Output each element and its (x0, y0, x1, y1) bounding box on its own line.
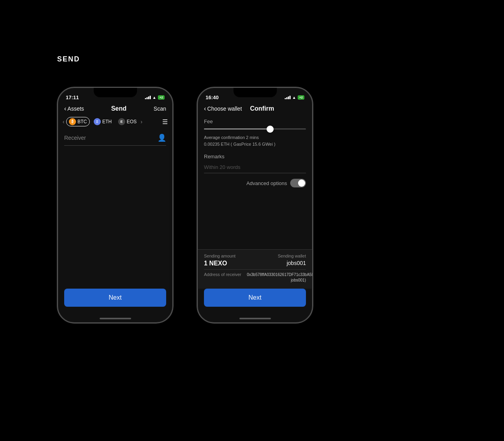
back-label-1: Assets (67, 106, 84, 112)
advanced-options-row: Advanced options (198, 176, 312, 191)
avg-confirmation: Average confirmation 2 mins (204, 134, 306, 141)
nav-title-2: Confirm (250, 105, 274, 112)
fee-info: Average confirmation 2 mins 0.00235 ETH … (204, 134, 306, 147)
next-button-label-1: Next (109, 294, 122, 301)
wifi-icon-1: ▲ (152, 95, 156, 100)
advanced-options-label: Advanced options (246, 180, 287, 186)
wifi-icon-2: ▲ (292, 95, 296, 100)
home-bar-2 (239, 318, 271, 319)
sending-wallet-key: Sending wallet (278, 254, 306, 258)
eth-icon: Ξ (94, 118, 101, 125)
fee-slider-track[interactable] (204, 128, 306, 130)
toggle-thumb (298, 180, 305, 187)
signal-bars-1 (145, 95, 151, 99)
eth-label: ETH (102, 119, 112, 124)
gas-info: 0.00235 ETH ( GasPrice 15.6 GWei ) (204, 141, 306, 148)
receiver-input-row: Receiver 👤 (64, 133, 166, 146)
address-row: Address of receiver 0x3b578ffA0330162617… (204, 272, 306, 283)
remarks-label: Remarks (204, 154, 306, 159)
status-icons-2: ▲ +2 (285, 95, 304, 100)
spacer (198, 191, 312, 249)
signal-bar (289, 96, 291, 99)
next-button-1[interactable]: Next (64, 289, 166, 307)
sending-amount-key: Sending amount (204, 254, 235, 258)
signal-bar (145, 98, 146, 99)
token-left-arrow[interactable]: ‹ (63, 119, 65, 125)
signal-bar (286, 97, 287, 99)
fee-label: Fee (204, 119, 306, 124)
battery-2: +2 (298, 95, 304, 100)
home-indicator-2 (198, 315, 312, 322)
address-key: Address of receiver (204, 272, 241, 283)
signal-bar (288, 96, 289, 99)
slider-thumb[interactable] (267, 126, 274, 133)
btc-label: BTC (78, 119, 87, 124)
back-label-2: Choose wallet (207, 106, 242, 112)
signal-bar (150, 96, 151, 99)
scan-button[interactable]: Scan (154, 106, 166, 112)
signal-bar (148, 96, 149, 99)
signal-bars-2 (285, 95, 291, 99)
phone-1: 17:11 ▲ +2 ‹ Assets Send Scan (57, 87, 173, 323)
remarks-section: Remarks Within 20 words (198, 154, 312, 176)
sending-amount-value: 1 NEXO (204, 260, 227, 267)
status-time-1: 17:11 (66, 94, 79, 100)
phone-notch-1 (94, 88, 137, 97)
next-button-2[interactable]: Next (204, 289, 306, 307)
slider-fill (204, 128, 270, 130)
signal-bar (285, 98, 286, 99)
nav-title-1: Send (111, 105, 126, 112)
back-button-1[interactable]: ‹ Assets (64, 105, 84, 112)
eos-label: EOS (127, 119, 137, 124)
back-chevron-1: ‹ (64, 105, 66, 112)
fee-section: Fee Average confirmation 2 mins 0.00235 … (198, 115, 312, 154)
token-right-arrow[interactable]: › (141, 119, 143, 125)
address-value: 0x3b578ffA0330162617DF71c33bA5Bd77a2B256… (247, 272, 306, 283)
status-time-2: 16:40 (206, 94, 219, 100)
next-button-label-2: Next (248, 294, 261, 301)
phone-2: 16:40 ▲ +2 ‹ Choose wallet Confirm (197, 87, 313, 323)
token-eos[interactable]: E EOS (116, 117, 139, 126)
nav-bar-1: ‹ Assets Send Scan (58, 103, 172, 115)
signal-bar (146, 97, 148, 99)
btc-icon: ₿ (69, 118, 76, 125)
token-menu-icon[interactable]: ☰ (162, 118, 168, 126)
remarks-placeholder: Within 20 words (204, 164, 240, 170)
phones-container: 17:11 ▲ +2 ‹ Assets Send Scan (57, 87, 313, 323)
home-indicator-1 (58, 315, 172, 322)
divider (204, 269, 306, 270)
phone-notch-2 (233, 88, 277, 97)
token-eth[interactable]: Ξ ETH (91, 117, 114, 126)
form-area: Receiver 👤 (58, 129, 172, 289)
sending-values-row: 1 NEXO jobs001 (204, 260, 306, 267)
sending-wallet-value: jobs001 (287, 260, 306, 267)
token-tabs: ‹ ₿ BTC Ξ ETH E EOS › ☰ (58, 115, 172, 129)
advanced-options-toggle[interactable] (290, 179, 306, 187)
remarks-input[interactable]: Within 20 words (204, 163, 306, 173)
back-button-2[interactable]: ‹ Choose wallet (204, 105, 242, 112)
token-btc[interactable]: ₿ BTC (66, 117, 90, 126)
page-title: SEND (57, 55, 80, 63)
back-chevron-2: ‹ (204, 105, 206, 112)
home-bar-1 (100, 318, 131, 319)
sending-amount-row: Sending amount Sending wallet (204, 254, 306, 258)
status-icons-1: ▲ +2 (145, 95, 165, 100)
nav-bar-2: ‹ Choose wallet Confirm (198, 103, 312, 115)
eos-icon: E (118, 118, 125, 125)
receiver-placeholder: Receiver (64, 135, 158, 141)
info-panel: Sending amount Sending wallet 1 NEXO job… (198, 249, 312, 289)
battery-1: +2 (158, 95, 165, 100)
contact-icon[interactable]: 👤 (158, 133, 166, 142)
